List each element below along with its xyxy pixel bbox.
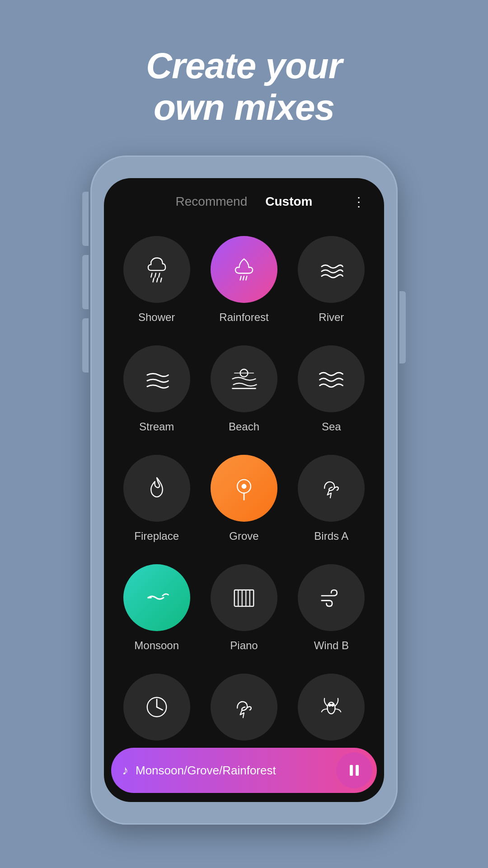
pause-icon — [347, 763, 361, 778]
rainforest-icon — [229, 254, 259, 285]
clock-icon — [141, 692, 172, 722]
sound-item-bird-b[interactable]: Bird B — [200, 665, 287, 743]
tab-recommend[interactable]: Recommend — [176, 194, 248, 209]
svg-line-4 — [157, 278, 158, 282]
stream-circle — [123, 345, 190, 412]
bird-b-icon — [229, 692, 259, 722]
sea-circle — [298, 345, 365, 412]
birds-a-icon — [316, 473, 347, 504]
menu-icon[interactable]: ⋮ — [352, 194, 366, 209]
sound-item-clock[interactable]: Clock — [113, 665, 200, 743]
svg-line-1 — [155, 274, 155, 278]
grove-label: Grove — [229, 530, 258, 542]
rainforest-label: Rainforest — [219, 311, 268, 324]
player-bar[interactable]: ♪ Monsoon/Grove/Rainforest › — [111, 748, 377, 793]
birds-a-circle — [298, 455, 365, 522]
sound-item-beach[interactable]: Beach — [200, 336, 287, 446]
svg-line-6 — [240, 276, 241, 280]
svg-line-2 — [159, 274, 160, 278]
svg-line-5 — [160, 278, 161, 282]
sound-item-stream[interactable]: Stream — [113, 336, 200, 446]
svg-line-8 — [246, 276, 247, 280]
fireplace-label: Fireplace — [134, 530, 179, 542]
svg-rect-15 — [235, 590, 254, 606]
music-note-icon: ♪ — [122, 763, 128, 778]
tab-bar: Recommend Custom ⋮ — [104, 178, 384, 218]
monsoon-icon — [141, 582, 172, 613]
shower-circle — [123, 236, 190, 303]
svg-line-0 — [151, 274, 152, 278]
sound-item-river[interactable]: River — [288, 227, 375, 336]
tab-custom[interactable]: Custom — [265, 194, 312, 209]
sound-item-wind-b[interactable]: Wind B — [288, 555, 375, 665]
phone-frame: Recommend Custom ⋮ — [90, 156, 398, 825]
piano-icon — [229, 582, 259, 613]
svg-point-24 — [329, 704, 331, 706]
birds-a-label: Birds A — [314, 530, 348, 542]
cicada-icon — [316, 692, 347, 722]
fireplace-icon — [141, 473, 172, 504]
svg-point-23 — [328, 702, 335, 714]
river-label: River — [319, 311, 344, 324]
wind-b-icon — [316, 582, 347, 613]
river-icon — [316, 254, 347, 285]
monsoon-label: Monsoon — [134, 639, 179, 652]
page-title: Create your own mixes — [146, 45, 342, 128]
wind-b-circle — [298, 564, 365, 631]
fireplace-circle — [123, 455, 190, 522]
svg-line-3 — [153, 278, 154, 282]
svg-line-7 — [243, 276, 244, 280]
phone-screen: Recommend Custom ⋮ — [104, 178, 384, 802]
svg-point-25 — [332, 704, 333, 706]
sound-item-cicada[interactable]: Cicada — [288, 665, 375, 743]
monsoon-circle — [123, 564, 190, 631]
svg-point-12 — [242, 485, 246, 489]
sound-item-shower[interactable]: Shower — [113, 227, 200, 336]
beach-label: Beach — [229, 420, 259, 433]
player-track: Monsoon/Grove/Rainforest — [136, 764, 353, 778]
sea-icon — [316, 363, 347, 394]
pause-button[interactable] — [336, 752, 372, 788]
river-circle — [298, 236, 365, 303]
sound-item-monsoon[interactable]: Monsoon — [113, 555, 200, 665]
grove-circle — [211, 455, 277, 522]
shower-label: Shower — [138, 311, 175, 324]
stream-label: Stream — [139, 420, 174, 433]
shower-icon — [141, 254, 172, 285]
sound-item-fireplace[interactable]: Fireplace — [113, 446, 200, 555]
sound-item-piano[interactable]: Piano — [200, 555, 287, 665]
stream-icon — [141, 363, 172, 394]
beach-icon — [229, 363, 259, 394]
grove-icon — [229, 473, 259, 504]
piano-label: Piano — [230, 639, 258, 652]
sound-item-sea[interactable]: Sea — [288, 336, 375, 446]
svg-rect-26 — [350, 765, 353, 776]
svg-rect-27 — [356, 765, 359, 776]
sound-item-grove[interactable]: Grove — [200, 446, 287, 555]
wind-b-label: Wind B — [314, 639, 349, 652]
piano-circle — [211, 564, 277, 631]
rainforest-circle — [211, 236, 277, 303]
clock-circle — [123, 674, 190, 741]
cicada-circle — [298, 674, 365, 741]
sea-label: Sea — [322, 420, 341, 433]
sound-item-birds-a[interactable]: Birds A — [288, 446, 375, 555]
sound-item-rainforest[interactable]: Rainforest — [200, 227, 287, 336]
svg-line-22 — [157, 707, 163, 710]
bird-b-circle — [211, 674, 277, 741]
beach-circle — [211, 345, 277, 412]
sound-grid: Shower Rainforest — [104, 218, 384, 743]
